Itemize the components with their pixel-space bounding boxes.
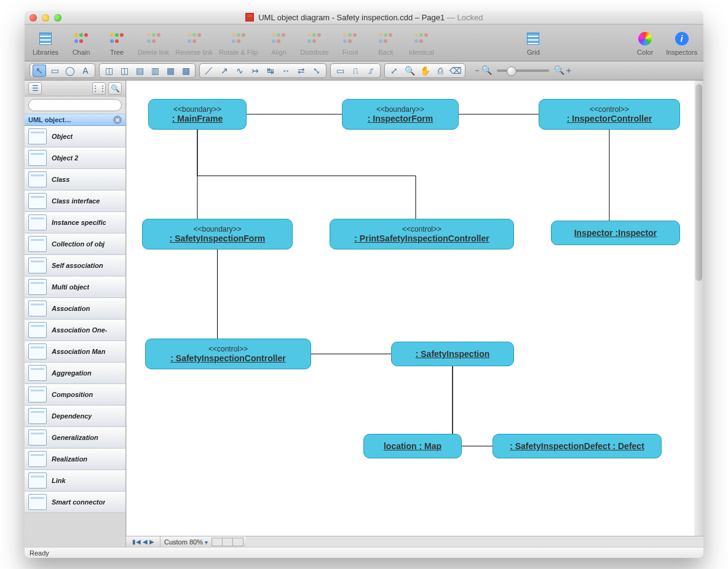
hscroll-track[interactable] bbox=[246, 536, 703, 547]
stencil-item[interactable]: Composition bbox=[25, 384, 125, 406]
object-name: : SafetyInspectionForm bbox=[170, 233, 266, 243]
uml-object-safetyinspctrl[interactable]: <<control>>: SafetyInspectionController bbox=[145, 339, 311, 369]
drawing-canvas[interactable]: <<boundary>>: MainFrame<<boundary>>: Ins… bbox=[126, 80, 703, 536]
stencil-item[interactable]: Collection of obj bbox=[25, 233, 125, 255]
zoom-out-icon[interactable]: －🔍 bbox=[473, 65, 492, 76]
front-icon bbox=[341, 30, 359, 47]
first-page-icon[interactable]: ▮◀ bbox=[132, 538, 141, 545]
tree-label: Tree bbox=[110, 49, 124, 56]
next-page-icon[interactable]: ▶ bbox=[149, 538, 154, 545]
prev-page-icon[interactable]: ◀ bbox=[143, 538, 148, 545]
tool-rect[interactable]: ▭ bbox=[48, 65, 61, 77]
body: ☰ ⋮⋮ 🔍 UML object… ✕ ObjectObject 2Class… bbox=[25, 80, 703, 547]
tool-c2[interactable]: ◫ bbox=[117, 65, 131, 77]
stencil-item[interactable]: Self association bbox=[25, 255, 125, 277]
stencil-item[interactable]: Smart connector bbox=[25, 492, 125, 513]
libraries-label: Libraries bbox=[33, 49, 58, 56]
tool-l8[interactable]: ⤡ bbox=[310, 65, 323, 77]
tool-l5[interactable]: ↹ bbox=[264, 65, 277, 77]
view-search-icon[interactable]: 🔍 bbox=[108, 82, 122, 95]
uml-object-inspector[interactable]: Inspector :Inspector bbox=[551, 221, 680, 245]
stencil-item[interactable]: Association bbox=[25, 298, 125, 320]
uml-object-location[interactable]: location : Map bbox=[363, 434, 462, 458]
tool-l2[interactable]: ↗ bbox=[218, 65, 231, 77]
stencil-item[interactable]: Association One- bbox=[25, 320, 125, 341]
stencil-item[interactable]: Instance specific bbox=[25, 212, 125, 233]
stencil-item[interactable]: Association Man bbox=[25, 341, 125, 363]
stencil-item[interactable]: Class interface bbox=[25, 190, 125, 212]
object-name: : SafetyInspectionController bbox=[170, 353, 285, 363]
tool-g3[interactable]: ⎎ bbox=[364, 65, 378, 77]
stencil-item[interactable]: Aggregation bbox=[25, 363, 125, 384]
tool-l1[interactable]: ／ bbox=[202, 65, 216, 77]
tool-l3[interactable]: ∿ bbox=[233, 65, 247, 77]
tool-text[interactable]: A bbox=[79, 65, 92, 77]
stencil-label: Link bbox=[52, 477, 66, 484]
back-label: Back bbox=[378, 49, 393, 56]
tool-z5[interactable]: ⌫ bbox=[449, 65, 462, 77]
uml-object-mainframe[interactable]: <<boundary>>: MainFrame bbox=[148, 99, 247, 130]
view-outline-icon[interactable]: ☰ bbox=[28, 82, 42, 95]
view-details-icon[interactable]: ⋮⋮ bbox=[92, 82, 106, 95]
stencil-label: Realization bbox=[52, 455, 87, 463]
close-icon[interactable] bbox=[30, 14, 37, 22]
uml-object-safetyinsp[interactable]: : SafetyInspection bbox=[391, 342, 514, 366]
toolbar-libraries[interactable]: Libraries bbox=[31, 30, 60, 56]
toolbar-inspectors[interactable]: iInspectors bbox=[666, 30, 697, 56]
stencil-item[interactable]: Generalization bbox=[25, 427, 125, 449]
library-tab[interactable]: UML object… ✕ bbox=[25, 114, 125, 126]
minimize-icon[interactable] bbox=[42, 14, 49, 22]
tool-z1[interactable]: ⤢ bbox=[387, 65, 401, 77]
stencil-item[interactable]: Multi object bbox=[25, 277, 125, 298]
tool-g1[interactable]: ▭ bbox=[333, 65, 347, 77]
tool-c3[interactable]: ▤ bbox=[133, 65, 146, 77]
page-tabs[interactable] bbox=[212, 538, 243, 546]
stencil-thumb-icon bbox=[28, 343, 47, 359]
search-input[interactable] bbox=[28, 99, 122, 111]
tool-l4[interactable]: ↣ bbox=[248, 65, 262, 77]
uml-object-inspectorctrl[interactable]: <<control>>: InspectorController bbox=[539, 99, 680, 130]
zoom-in-icon[interactable]: 🔍＋ bbox=[554, 65, 573, 76]
stencil-item[interactable]: Class bbox=[25, 169, 125, 190]
object-name: location : Map bbox=[384, 441, 441, 451]
tool-pointer[interactable]: ↖ bbox=[33, 65, 46, 77]
stencil-item[interactable]: Object 2 bbox=[25, 147, 125, 169]
stencil-item[interactable]: Object bbox=[25, 126, 125, 147]
tool-g2[interactable]: ⎍ bbox=[349, 65, 362, 77]
close-library-icon[interactable]: ✕ bbox=[113, 116, 122, 124]
tool-l6[interactable]: ↔ bbox=[279, 65, 293, 77]
uml-object-safetyinspform[interactable]: <<boundary>>: SafetyInspectionForm bbox=[142, 219, 293, 249]
tool-c4[interactable]: ▥ bbox=[148, 65, 162, 77]
toolbar-color[interactable]: Color bbox=[630, 30, 660, 56]
uml-object-defect[interactable]: : SafetyInspectionDefect : Defect bbox=[493, 434, 662, 458]
zoom-menu-icon[interactable]: ▾ bbox=[205, 539, 208, 546]
stencil-thumb-icon bbox=[28, 193, 47, 209]
uml-object-inspectorform[interactable]: <<boundary>>: InspectorForm bbox=[342, 99, 459, 130]
tool-z4[interactable]: ⎙ bbox=[433, 65, 447, 77]
tool-z3[interactable]: ✋ bbox=[418, 65, 432, 77]
zoom-readout[interactable]: Custom 80% ▾ bbox=[160, 538, 212, 546]
strip-group-2: ／↗∿↣↹↔⇄⤡ bbox=[199, 63, 326, 78]
tool-l7[interactable]: ⇄ bbox=[295, 65, 308, 77]
align-label: Align bbox=[271, 49, 286, 56]
stencil-item[interactable]: Realization bbox=[25, 449, 125, 470]
color-icon bbox=[636, 30, 654, 47]
strip-group-4: ⤢🔍✋⎙⌫ bbox=[384, 63, 465, 78]
stencil-item[interactable]: Dependency bbox=[25, 406, 125, 427]
zoom-slider[interactable] bbox=[497, 69, 549, 72]
stencil-item[interactable]: Link bbox=[25, 470, 125, 492]
zoom-icon[interactable] bbox=[54, 14, 61, 22]
toolbar-tree[interactable]: Tree bbox=[102, 30, 132, 56]
align-icon bbox=[269, 30, 288, 47]
uml-object-printctrl[interactable]: <<control>>: PrintSafetyInspectionContro… bbox=[330, 219, 514, 249]
stencil-thumb-icon bbox=[28, 214, 47, 230]
tool-z2[interactable]: 🔍 bbox=[403, 65, 416, 77]
vertical-scrollbar[interactable] bbox=[694, 80, 703, 536]
tool-ellipse[interactable]: ◯ bbox=[63, 65, 77, 77]
tool-c6[interactable]: ▩ bbox=[179, 65, 192, 77]
tool-c1[interactable]: ◫ bbox=[102, 65, 116, 77]
tool-c5[interactable]: ▦ bbox=[164, 65, 177, 77]
page-nav[interactable]: ▮◀ ◀ ▶ bbox=[126, 536, 160, 547]
toolbar-grid[interactable]: Grid bbox=[518, 30, 548, 56]
toolbar-chain[interactable]: Chain bbox=[66, 30, 96, 56]
